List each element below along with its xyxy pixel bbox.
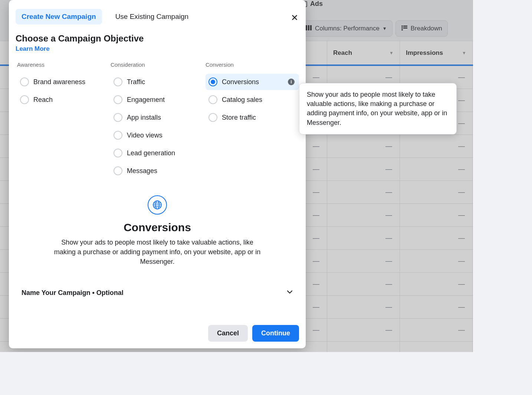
columns-icon — [305, 24, 312, 33]
objective-catalog-sales[interactable]: Catalog sales — [206, 92, 299, 108]
sort-caret-icon: ▼ — [462, 50, 466, 56]
svg-rect-14 — [403, 27, 407, 29]
objective-conversions[interactable]: Conversions i — [206, 74, 299, 90]
breakdown-label: Breakdown — [411, 25, 442, 32]
svg-rect-15 — [401, 29, 403, 30]
svg-rect-11 — [401, 26, 403, 27]
objective-reach[interactable]: Reach — [17, 92, 108, 108]
globe-icon — [148, 195, 167, 215]
radio-icon — [114, 166, 122, 175]
svg-rect-12 — [403, 26, 407, 27]
objective-app-installs[interactable]: App installs — [111, 109, 203, 126]
objective-engagement[interactable]: Engagement — [111, 92, 203, 108]
radio-icon — [114, 131, 122, 140]
objective-detail-desc: Show your ads to people most likely to t… — [50, 238, 265, 266]
info-icon[interactable]: i — [288, 79, 295, 85]
breakdown-button[interactable]: Breakdown — [395, 20, 448, 37]
svg-rect-13 — [401, 27, 403, 29]
radio-icon — [114, 149, 122, 157]
columns-button[interactable]: Columns: Performance ▼ — [300, 20, 393, 37]
objective-messages[interactable]: Messages — [111, 163, 203, 179]
cancel-button[interactable]: Cancel — [208, 325, 248, 342]
radio-icon — [208, 113, 217, 122]
create-campaign-modal: Create New Campaign Use Existing Campaig… — [9, 0, 306, 348]
svg-rect-9 — [308, 25, 309, 30]
th-reach[interactable]: Reach▼ — [327, 41, 400, 64]
radio-icon — [20, 95, 29, 104]
col-awareness-header: Awareness — [17, 62, 108, 68]
objective-brand-awareness[interactable]: Brand awareness — [17, 74, 108, 90]
objective-tooltip: Show your ads to people most likely to t… — [299, 83, 457, 135]
radio-icon — [208, 77, 217, 86]
objective-video-views[interactable]: Video views — [111, 127, 203, 143]
objective-detail-title: Conversions — [16, 221, 299, 234]
tab-ads-label: Ads — [310, 0, 323, 8]
radio-icon — [114, 77, 122, 86]
th-impressions[interactable]: Impressions▼ — [400, 41, 473, 64]
tab-use-existing[interactable]: Use Existing Campaign — [109, 9, 194, 24]
radio-icon — [20, 77, 29, 86]
columns-label: Columns: Performance — [315, 25, 380, 32]
name-campaign-toggle[interactable]: Name Your Campaign • Optional — [16, 285, 299, 301]
col-consideration-header: Consideration — [111, 62, 203, 68]
section-title: Choose a Campaign Objective — [16, 33, 299, 44]
sort-caret-icon: ▼ — [389, 50, 394, 56]
close-icon[interactable]: ✕ — [291, 13, 298, 22]
objective-lead-generation[interactable]: Lead generation — [111, 145, 203, 161]
learn-more-link[interactable]: Learn More — [16, 45, 299, 53]
caret-down-icon: ▼ — [382, 26, 387, 31]
chevron-down-icon — [286, 289, 293, 297]
radio-icon — [208, 95, 217, 104]
tab-create-new[interactable]: Create New Campaign — [16, 9, 102, 24]
svg-rect-8 — [306, 25, 307, 30]
breakdown-icon — [401, 24, 408, 33]
col-conversion-header: Conversion — [206, 62, 299, 68]
radio-icon — [114, 95, 122, 104]
continue-button[interactable]: Continue — [252, 325, 299, 342]
svg-rect-10 — [310, 25, 312, 30]
objective-store-traffic[interactable]: Store traffic — [206, 109, 299, 126]
radio-icon — [114, 113, 122, 122]
objective-traffic[interactable]: Traffic — [111, 74, 203, 90]
